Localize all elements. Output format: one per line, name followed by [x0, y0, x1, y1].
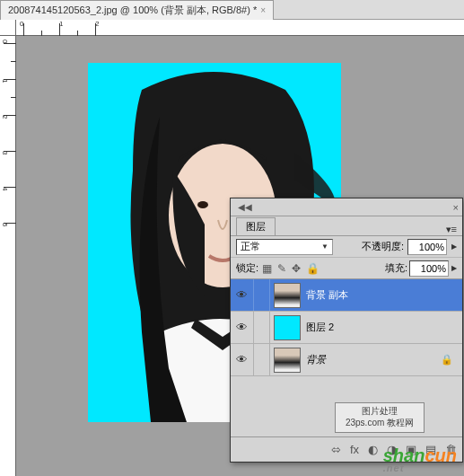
layer-thumbnail[interactable]: [274, 315, 301, 340]
lock-icon: 🔒: [441, 354, 453, 366]
panel-menu-icon[interactable]: ▾≡: [446, 224, 457, 235]
blend-mode-value: 正常: [241, 240, 260, 253]
lock-pixels-icon[interactable]: ✎: [277, 262, 286, 275]
layer-item[interactable]: 👁 背景 🔒: [231, 344, 462, 376]
tab-title: 200874145120563_2.jpg @ 100% (背景 副本, RGB…: [8, 4, 257, 17]
panel-close-icon[interactable]: ×: [453, 202, 459, 213]
eye-icon: 👁: [236, 288, 248, 302]
document-tab[interactable]: 200874145120563_2.jpg @ 100% (背景 副本, RGB…: [0, 0, 274, 20]
lock-position-icon[interactable]: ✥: [292, 262, 301, 275]
visibility-toggle[interactable]: 👁: [231, 279, 254, 311]
eye-icon: 👁: [236, 321, 248, 334]
blend-opacity-row: 正常 不透明度: 100% ▶: [231, 236, 462, 258]
document-tab-bar: 200874145120563_2.jpg @ 100% (背景 副本, RGB…: [0, 0, 464, 20]
lock-icons: ▦ ✎ ✥ 🔒: [262, 262, 320, 275]
lock-transparency-icon[interactable]: ▦: [262, 262, 272, 275]
opacity-label: 不透明度:: [362, 240, 404, 253]
visibility-toggle[interactable]: 👁: [231, 344, 254, 375]
ruler-origin[interactable]: [0, 20, 16, 36]
panel-tabs: 图层 ▾≡: [231, 216, 462, 236]
layer-style-icon[interactable]: fx: [350, 443, 359, 456]
blend-mode-select[interactable]: 正常: [236, 239, 333, 255]
opacity-input[interactable]: 100%: [407, 239, 447, 255]
layer-name[interactable]: 背景 副本: [306, 288, 348, 302]
lock-fill-row: 锁定: ▦ ✎ ✥ 🔒 填充: 100% ▶: [231, 258, 462, 279]
visibility-toggle[interactable]: 👁: [231, 312, 254, 343]
fill-label: 填充:: [385, 261, 407, 275]
panel-header[interactable]: ◀◀ ×: [231, 198, 462, 216]
eye-icon: 👁: [236, 353, 248, 366]
layer-item[interactable]: 👁 背景 副本: [231, 279, 462, 312]
layer-name[interactable]: 图层 2: [306, 321, 334, 334]
fill-popup-icon[interactable]: ▶: [451, 264, 457, 272]
opacity-popup-icon[interactable]: ▶: [451, 242, 457, 251]
fill-input[interactable]: 100%: [409, 260, 449, 277]
ruler-horizontal[interactable]: 0 1 2: [16, 20, 464, 36]
lock-label: 锁定:: [236, 261, 258, 275]
layer-name[interactable]: 背景: [306, 353, 326, 366]
lock-all-icon[interactable]: 🔒: [306, 262, 320, 275]
watermark-line2: 23ps.com 教程网: [337, 417, 422, 428]
layer-item[interactable]: 👁 图层 2: [231, 312, 462, 344]
link-col[interactable]: [254, 279, 270, 311]
link-col[interactable]: [254, 344, 270, 375]
layer-mask-icon[interactable]: ◐: [368, 443, 378, 456]
close-icon[interactable]: ×: [260, 5, 266, 15]
watermark-box: 图片处理 23ps.com 教程网: [335, 402, 425, 433]
collapse-arrows-icon[interactable]: ◀◀: [238, 202, 252, 212]
svg-point-2: [197, 201, 208, 208]
layer-thumbnail[interactable]: [274, 283, 301, 308]
watermark-line1: 图片处理: [337, 405, 422, 417]
layer-thumbnail[interactable]: [274, 348, 301, 373]
tab-layers[interactable]: 图层: [236, 217, 276, 235]
site-watermark: shancun .net: [383, 445, 457, 473]
link-layers-icon[interactable]: ⬄: [331, 443, 341, 456]
ruler-vertical[interactable]: 0 1 2 3 4 5: [0, 36, 16, 476]
link-col[interactable]: [254, 312, 270, 343]
